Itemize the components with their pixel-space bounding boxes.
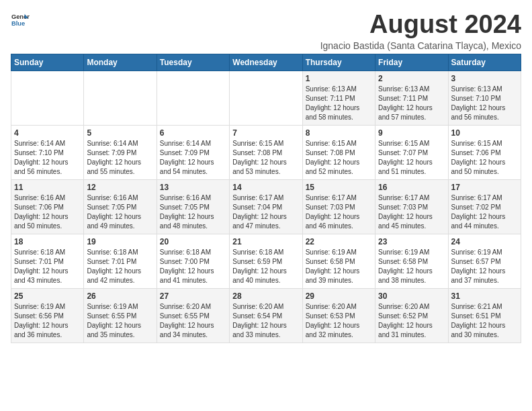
- day-info: Sunrise: 6:19 AM Sunset: 6:58 PM Dayligh…: [378, 248, 445, 285]
- day-info: Sunrise: 6:17 AM Sunset: 7:03 PM Dayligh…: [306, 193, 372, 231]
- calendar-cell: 4Sunrise: 6:14 AM Sunset: 7:10 PM Daylig…: [11, 125, 84, 179]
- day-info: Sunrise: 6:17 AM Sunset: 7:02 PM Dayligh…: [451, 193, 518, 231]
- day-number: 10: [451, 128, 518, 138]
- header-day: Saturday: [448, 54, 521, 71]
- calendar-cell: 17Sunrise: 6:17 AM Sunset: 7:02 PM Dayli…: [448, 179, 521, 234]
- logo: General Blue: [11, 11, 30, 30]
- day-info: Sunrise: 6:13 AM Sunset: 7:11 PM Dayligh…: [378, 85, 445, 122]
- day-info: Sunrise: 6:20 AM Sunset: 6:55 PM Dayligh…: [160, 302, 226, 340]
- header-day: Friday: [375, 54, 448, 71]
- day-info: Sunrise: 6:18 AM Sunset: 7:01 PM Dayligh…: [14, 248, 81, 285]
- calendar-cell: 26Sunrise: 6:19 AM Sunset: 6:55 PM Dayli…: [84, 288, 157, 342]
- day-info: Sunrise: 6:19 AM Sunset: 6:55 PM Dayligh…: [87, 302, 153, 340]
- day-number: 27: [160, 291, 226, 301]
- header-day: Monday: [84, 54, 157, 71]
- header-day: Wednesday: [230, 54, 302, 71]
- day-info: Sunrise: 6:16 AM Sunset: 7:06 PM Dayligh…: [14, 193, 81, 231]
- calendar-cell: 28Sunrise: 6:20 AM Sunset: 6:54 PM Dayli…: [230, 288, 302, 342]
- calendar-cell: 18Sunrise: 6:18 AM Sunset: 7:01 PM Dayli…: [11, 234, 84, 288]
- day-number: 13: [160, 183, 226, 192]
- calendar-cell: 11Sunrise: 6:16 AM Sunset: 7:06 PM Dayli…: [11, 179, 84, 234]
- day-info: Sunrise: 6:13 AM Sunset: 7:10 PM Dayligh…: [451, 85, 518, 122]
- day-number: 24: [451, 237, 518, 246]
- header-day: Thursday: [302, 54, 375, 71]
- day-info: Sunrise: 6:14 AM Sunset: 7:09 PM Dayligh…: [87, 139, 153, 177]
- calendar-week-row: 1Sunrise: 6:13 AM Sunset: 7:11 PM Daylig…: [11, 71, 521, 125]
- calendar-cell: 25Sunrise: 6:19 AM Sunset: 6:56 PM Dayli…: [11, 288, 84, 342]
- day-number: 30: [378, 291, 445, 301]
- calendar-cell: 2Sunrise: 6:13 AM Sunset: 7:11 PM Daylig…: [375, 71, 448, 125]
- calendar-table: SundayMondayTuesdayWednesdayThursdayFrid…: [11, 54, 521, 343]
- header-row: SundayMondayTuesdayWednesdayThursdayFrid…: [11, 54, 521, 71]
- calendar-cell: 22Sunrise: 6:19 AM Sunset: 6:58 PM Dayli…: [302, 234, 375, 288]
- day-number: 1: [306, 74, 372, 83]
- day-number: 15: [306, 183, 372, 192]
- day-number: 17: [451, 183, 518, 192]
- day-number: 6: [160, 128, 226, 138]
- calendar-cell: [230, 71, 302, 125]
- calendar-cell: 15Sunrise: 6:17 AM Sunset: 7:03 PM Dayli…: [302, 179, 375, 234]
- day-info: Sunrise: 6:18 AM Sunset: 7:00 PM Dayligh…: [160, 248, 226, 285]
- header-day: Sunday: [11, 54, 84, 71]
- day-number: 4: [14, 128, 81, 138]
- day-info: Sunrise: 6:19 AM Sunset: 6:57 PM Dayligh…: [451, 248, 518, 285]
- day-number: 22: [306, 237, 372, 246]
- day-info: Sunrise: 6:20 AM Sunset: 6:53 PM Dayligh…: [306, 302, 372, 340]
- calendar-cell: 13Sunrise: 6:16 AM Sunset: 7:05 PM Dayli…: [157, 179, 229, 234]
- calendar-cell: [157, 71, 229, 125]
- calendar-cell: 20Sunrise: 6:18 AM Sunset: 7:00 PM Dayli…: [157, 234, 229, 288]
- day-number: 5: [87, 128, 153, 138]
- calendar-cell: 6Sunrise: 6:14 AM Sunset: 7:09 PM Daylig…: [157, 125, 229, 179]
- day-number: 26: [87, 291, 153, 301]
- calendar-cell: 31Sunrise: 6:21 AM Sunset: 6:51 PM Dayli…: [448, 288, 521, 342]
- calendar-cell: 8Sunrise: 6:15 AM Sunset: 7:08 PM Daylig…: [302, 125, 375, 179]
- calendar-cell: 30Sunrise: 6:20 AM Sunset: 6:52 PM Dayli…: [375, 288, 448, 342]
- day-number: 25: [14, 291, 81, 301]
- calendar-cell: 16Sunrise: 6:17 AM Sunset: 7:03 PM Dayli…: [375, 179, 448, 234]
- day-number: 18: [14, 237, 81, 246]
- calendar-cell: [84, 71, 157, 125]
- day-number: 14: [232, 183, 299, 192]
- day-info: Sunrise: 6:16 AM Sunset: 7:05 PM Dayligh…: [87, 193, 153, 231]
- calendar-week-row: 25Sunrise: 6:19 AM Sunset: 6:56 PM Dayli…: [11, 288, 521, 342]
- location-title: Ignacio Bastida (Santa Catarina Tlayca),…: [320, 40, 521, 51]
- calendar-cell: 7Sunrise: 6:15 AM Sunset: 7:08 PM Daylig…: [230, 125, 302, 179]
- day-info: Sunrise: 6:19 AM Sunset: 6:56 PM Dayligh…: [14, 302, 81, 340]
- day-number: 31: [451, 291, 518, 301]
- calendar-cell: 10Sunrise: 6:15 AM Sunset: 7:06 PM Dayli…: [448, 125, 521, 179]
- calendar-cell: [11, 71, 84, 125]
- logo-icon: General Blue: [11, 11, 30, 30]
- day-number: 3: [451, 74, 518, 83]
- calendar-week-row: 4Sunrise: 6:14 AM Sunset: 7:10 PM Daylig…: [11, 125, 521, 179]
- day-info: Sunrise: 6:19 AM Sunset: 6:58 PM Dayligh…: [306, 248, 372, 285]
- day-number: 28: [232, 291, 299, 301]
- svg-text:Blue: Blue: [11, 20, 25, 27]
- day-number: 7: [232, 128, 299, 138]
- day-number: 23: [378, 237, 445, 246]
- day-number: 16: [378, 183, 445, 192]
- day-info: Sunrise: 6:20 AM Sunset: 6:52 PM Dayligh…: [378, 302, 445, 340]
- title-area: August 2024 Ignacio Bastida (Santa Catar…: [320, 11, 521, 51]
- day-info: Sunrise: 6:15 AM Sunset: 7:08 PM Dayligh…: [232, 139, 299, 177]
- day-info: Sunrise: 6:20 AM Sunset: 6:54 PM Dayligh…: [232, 302, 299, 340]
- calendar-cell: 27Sunrise: 6:20 AM Sunset: 6:55 PM Dayli…: [157, 288, 229, 342]
- calendar-cell: 29Sunrise: 6:20 AM Sunset: 6:53 PM Dayli…: [302, 288, 375, 342]
- day-number: 21: [232, 237, 299, 246]
- header: General Blue August 2024 Ignacio Bastida…: [11, 11, 521, 51]
- day-info: Sunrise: 6:21 AM Sunset: 6:51 PM Dayligh…: [451, 302, 518, 340]
- day-number: 12: [87, 183, 153, 192]
- header-day: Tuesday: [157, 54, 229, 71]
- calendar-cell: 12Sunrise: 6:16 AM Sunset: 7:05 PM Dayli…: [84, 179, 157, 234]
- day-number: 2: [378, 74, 445, 83]
- calendar-week-row: 11Sunrise: 6:16 AM Sunset: 7:06 PM Dayli…: [11, 179, 521, 234]
- day-info: Sunrise: 6:13 AM Sunset: 7:11 PM Dayligh…: [306, 85, 372, 122]
- day-number: 11: [14, 183, 81, 192]
- calendar-cell: 3Sunrise: 6:13 AM Sunset: 7:10 PM Daylig…: [448, 71, 521, 125]
- day-info: Sunrise: 6:15 AM Sunset: 7:07 PM Dayligh…: [378, 139, 445, 177]
- day-info: Sunrise: 6:18 AM Sunset: 7:01 PM Dayligh…: [87, 248, 153, 285]
- day-number: 29: [306, 291, 372, 301]
- calendar-cell: 24Sunrise: 6:19 AM Sunset: 6:57 PM Dayli…: [448, 234, 521, 288]
- calendar-cell: 14Sunrise: 6:17 AM Sunset: 7:04 PM Dayli…: [230, 179, 302, 234]
- day-number: 9: [378, 128, 445, 138]
- day-info: Sunrise: 6:14 AM Sunset: 7:10 PM Dayligh…: [14, 139, 81, 177]
